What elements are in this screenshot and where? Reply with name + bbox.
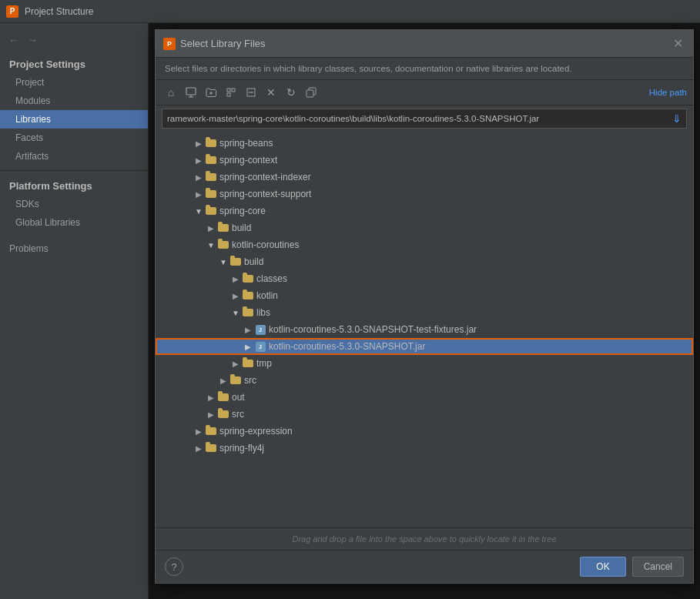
tree-row[interactable]: ▶ tmp	[156, 355, 693, 372]
svg-rect-6	[232, 89, 235, 92]
folder-icon	[229, 376, 242, 385]
copy-path-button[interactable]	[302, 83, 320, 102]
platform-settings-header: Platform Settings	[0, 176, 148, 195]
ok-button[interactable]: OK	[580, 557, 625, 577]
sidebar-item-sdks[interactable]: SDKs	[0, 195, 148, 213]
folder-label: spring-context-support	[219, 189, 311, 199]
expand-arrow-icon: ▶	[242, 323, 254, 336]
tree-row[interactable]: ▶ out	[156, 389, 693, 406]
dialog-title-row: P Select Library Files	[163, 38, 266, 50]
expand-arrow-icon: ▼	[205, 239, 217, 251]
expand-arrow-icon: ▼	[229, 306, 242, 319]
footer-buttons: OK Cancel	[580, 557, 684, 577]
app-title: Project Structure	[25, 6, 93, 17]
nav-back-row: ← →	[0, 29, 148, 54]
selected-tree-row[interactable]: ▶ J kotlin-coroutines-5.3.0-SNAPSHOT.jar	[156, 338, 693, 355]
tree-row[interactable]: ▶ src	[156, 372, 693, 389]
sidebar-item-libraries[interactable]: Libraries	[0, 110, 148, 129]
path-text: ramework-master\spring-core\kotlin-corou…	[167, 114, 669, 123]
sidebar: ← → Project Settings Project Modules Lib…	[0, 23, 149, 599]
drop-zone: Drag and drop a file into the space abov…	[156, 527, 693, 550]
refresh-button[interactable]: ↻	[282, 83, 300, 102]
folder-icon	[217, 393, 229, 402]
folder-label: spring-context-indexer	[219, 172, 311, 182]
expand-arrow-icon: ▶	[229, 289, 242, 302]
tree-row[interactable]: ▼ build	[156, 253, 693, 270]
file-toolbar: ⌂ ✕ ↻	[156, 80, 693, 105]
folder-icon	[229, 257, 242, 266]
folder-label: kotlin-coroutines	[232, 239, 299, 250]
folder-label: src	[244, 375, 256, 386]
tree-row[interactable]: ▼ libs	[156, 304, 693, 321]
expand-arrow-icon: ▶	[193, 442, 205, 454]
download-icon[interactable]: ⇓	[672, 112, 682, 125]
tree-row[interactable]: ▶ spring-context-indexer	[156, 169, 693, 186]
tree-row[interactable]: ▶ kotlin	[156, 287, 693, 304]
folder-label: spring-core	[219, 206, 266, 216]
expand-arrow-icon: ▶	[229, 357, 242, 370]
svg-rect-11	[306, 90, 313, 97]
new-folder-button[interactable]	[202, 83, 220, 102]
tree-row[interactable]: ▶ spring-context-support	[156, 186, 693, 202]
forward-button[interactable]: →	[25, 32, 40, 48]
tree-row[interactable]: ▶ spring-fly4j	[156, 440, 693, 457]
tree-row[interactable]: ▶ classes	[156, 270, 693, 287]
app-icon: P	[6, 5, 18, 18]
folder-label: spring-beans	[219, 138, 273, 149]
folder-label: src	[232, 409, 244, 420]
expand-arrow-icon: ▼	[217, 256, 229, 268]
close-dialog-button[interactable]: ✕	[670, 36, 685, 52]
expand-button[interactable]	[222, 83, 240, 102]
back-button[interactable]: ←	[6, 32, 22, 48]
delete-button[interactable]: ✕	[262, 83, 280, 102]
sidebar-item-project[interactable]: Project	[0, 73, 148, 92]
folder-label: libs	[256, 307, 270, 318]
folder-label: spring-context	[219, 155, 277, 166]
project-settings-header: Project Settings	[0, 54, 148, 73]
folder-icon	[205, 427, 217, 436]
tree-row[interactable]: ▶ J kotlin-coroutines-5.3.0-SNAPSHOT-tes…	[156, 321, 693, 338]
sidebar-item-global-libraries[interactable]: Global Libraries	[0, 213, 148, 232]
expand-arrow-icon: ▶	[193, 188, 205, 200]
folder-label: build	[232, 223, 251, 233]
tree-row[interactable]: ▼ spring-core	[156, 202, 693, 219]
tree-row[interactable]: ▶ spring-beans	[156, 135, 693, 152]
dialog-title: Select Library Files	[180, 38, 266, 49]
collapse-button[interactable]	[242, 83, 260, 102]
folder-icon	[205, 156, 217, 165]
cancel-button[interactable]: Cancel	[632, 557, 684, 577]
tree-row[interactable]: ▶ spring-expression	[156, 423, 693, 440]
tree-row[interactable]: ▶ build	[156, 219, 693, 236]
folder-label: spring-expression	[219, 426, 293, 437]
expand-arrow-icon: ▶	[217, 374, 229, 387]
folder-icon	[242, 308, 254, 317]
tree-row[interactable]: ▼ kotlin-coroutines	[156, 236, 693, 253]
hide-path-button[interactable]: Hide path	[649, 88, 687, 97]
folder-icon	[205, 189, 217, 199]
help-button[interactable]: ?	[165, 557, 183, 576]
folder-icon	[242, 274, 254, 283]
folder-label: build	[244, 256, 263, 267]
dialog-overlay: P Select Library Files ✕ Select files or…	[149, 23, 700, 599]
desktop-button[interactable]	[182, 83, 200, 102]
expand-arrow-icon: ▶	[205, 408, 217, 420]
path-bar: ramework-master\spring-core\kotlin-corou…	[162, 109, 687, 129]
dialog-description: Select files or directories in which lib…	[156, 58, 693, 80]
sidebar-item-problems[interactable]: Problems	[0, 239, 148, 258]
file-tree[interactable]: ▶ spring-beans ▶ spring-context	[156, 132, 693, 527]
sidebar-item-modules[interactable]: Modules	[0, 92, 148, 110]
folder-label: kotlin	[256, 290, 278, 301]
expand-arrow-icon: ▶	[242, 340, 254, 353]
home-button[interactable]: ⌂	[162, 83, 180, 102]
folder-icon	[242, 291, 254, 300]
sidebar-item-facets[interactable]: Facets	[0, 129, 148, 147]
dialog-header: P Select Library Files ✕	[156, 30, 693, 58]
sidebar-item-artifacts[interactable]: Artifacts	[0, 147, 148, 166]
main-layout: ← → Project Settings Project Modules Lib…	[0, 23, 700, 599]
tree-row[interactable]: ▶ spring-context	[156, 152, 693, 169]
folder-icon	[242, 359, 254, 368]
tree-row[interactable]: ▶ src	[156, 406, 693, 423]
folder-label: spring-fly4j	[219, 443, 264, 453]
select-library-dialog: P Select Library Files ✕ Select files or…	[155, 29, 694, 584]
folder-label: tmp	[256, 358, 272, 369]
